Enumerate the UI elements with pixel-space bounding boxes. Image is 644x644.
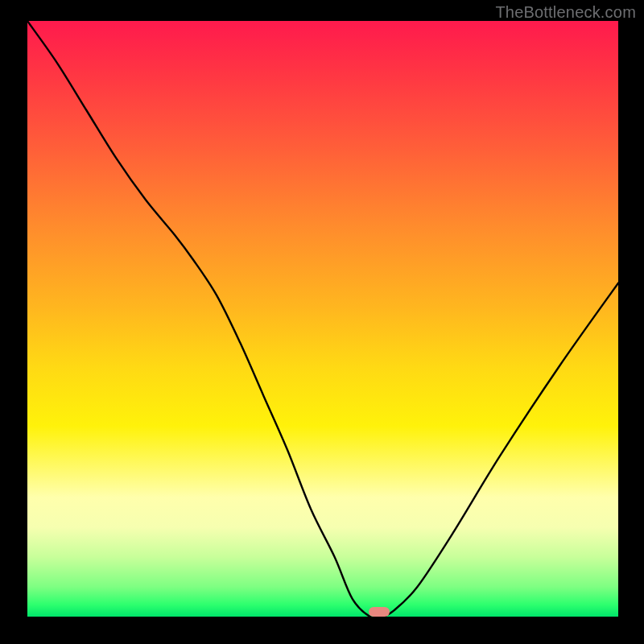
chart-frame: TheBottleneck.com <box>0 0 644 644</box>
curve-path <box>27 21 618 617</box>
optimal-marker <box>369 607 390 617</box>
plot-area <box>27 21 618 617</box>
bottleneck-curve <box>27 21 618 617</box>
watermark-text: TheBottleneck.com <box>495 3 636 22</box>
